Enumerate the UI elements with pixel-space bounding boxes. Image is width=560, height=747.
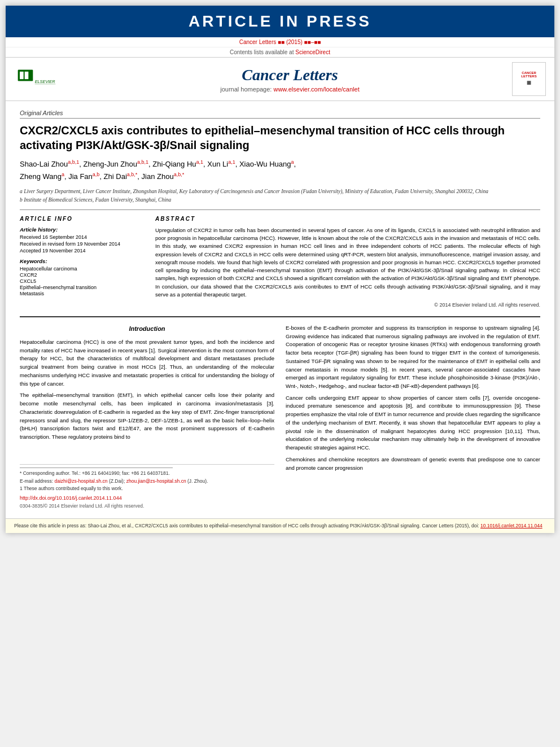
received-date: Received 16 September 2014 [20,234,144,240]
received-revised-date: Received in revised form 19 November 201… [20,241,144,247]
keyword-2: CXCR2 [20,272,144,278]
body-section: Introduction Hepatocellular carcinoma (H… [20,316,540,510]
author-zhi-qiang: Zhi-Qiang Hu [152,160,196,168]
article-in-press-banner: ARTICLE IN PRESS [6,6,554,37]
citation-bar: Please cite this article in press as: Sh… [6,518,554,533]
abstract-text: Upregulation of CXCR2 in tumor cells has… [155,226,540,299]
affiliations: a Liver Surgery Department, Liver Cancer… [20,187,540,204]
citation-text: Please cite this article in press as: Sh… [14,523,479,528]
journal-header: ELSEVIER Cancer Letters journal homepage… [6,58,554,101]
body-two-col: Introduction Hepatocellular carcinoma (H… [20,324,540,510]
keyword-4: Epithelial–mesenchymal transition [20,285,144,290]
right-para-3: Chemokines and chemokine receptors are d… [286,456,540,472]
citation-doi-link[interactable]: 10.1016/j.canlet.2014.11.044 [480,523,542,528]
sciencedirect-link[interactable]: ScienceDirect [295,49,330,55]
article-history-label: Article history: [20,226,144,233]
author-jia-fan: Jia Fan [68,172,93,181]
issn-line: 0304-3835/© 2014 Elsevier Ireland Ltd. A… [20,503,274,510]
journal-homepage: journal homepage: www.elsevier.com/locat… [68,86,512,93]
section-type-label: Original Articles [20,110,540,119]
affiliation-a: a Liver Surgery Department, Liver Cancer… [20,187,540,195]
doi-line: http://dx.doi.org/10.1016/j.canlet.2014.… [20,495,274,503]
main-content: Original Articles CXCR2/CXCL5 axis contr… [6,101,554,518]
info-abstract-section: ARTICLE INFO Article history: Received 1… [20,209,540,308]
footnote-equal-contrib: 1 These authors contributed equally to t… [20,486,274,492]
affiliation-b: b Institute of Biomedical Sciences, Fuda… [20,196,540,204]
svg-text:ELSEVIER: ELSEVIER [35,78,56,84]
journal-center: Cancer Letters journal homepage: www.els… [68,66,512,93]
author-zhi-dai: Zhi Dai [104,172,127,181]
keyword-5: Metastasis [20,291,144,296]
keyword-3: CXCL5 [20,278,144,284]
author-zheng-jun: Zheng-Jun Zhou [84,160,137,168]
body-right-col: E-boxes of the E-cadherin promoter and s… [286,324,540,510]
keywords-section: Keywords: Hepatocellular carcinoma CXCR2… [20,258,144,296]
authors-line: Shao-Lai Zhoua,b,1, Zheng-Jun Zhoua,b,1,… [20,158,540,183]
article-title: CXCR2/CXCL5 axis contributes to epitheli… [20,123,540,152]
email-zhou-link[interactable]: zhou.jian@zs-hospital.sh.cn [126,478,186,484]
journal-name: Cancer Letters [68,66,512,84]
abstract-section: ABSTRACT Upregulation of CXCR2 in tumor … [155,216,540,308]
author-zheng-wang: Zheng Wang [20,172,62,181]
footnote-email: E-mail address: daizhi@zs-hospital.sh.cn… [20,478,274,485]
right-para-1: E-boxes of the E-cadherin promoter and s… [286,324,540,391]
contents-available-line: Contents lists available at ScienceDirec… [6,47,554,58]
author-xiao-wu: Xiao-Wu Huang [239,160,291,168]
intro-para-1: Hepatocellular carcinoma (HCC) is one of… [20,338,274,388]
footnotes-section: * Corresponding author. Tel.: +86 21 640… [20,464,274,493]
footnote-corresponding: * Corresponding author. Tel.: +86 21 640… [20,470,274,477]
author-jian-zhou: Jian Zhou [142,172,174,181]
accepted-date: Accepted 19 November 2014 [20,248,144,254]
article-info-column: ARTICLE INFO Article history: Received 1… [20,216,144,308]
body-left-col: Introduction Hepatocellular carcinoma (H… [20,324,274,510]
journal-ref-link[interactable]: Cancer Letters ■■ (2015) ■■–■■ [239,39,321,45]
doi-link[interactable]: http://dx.doi.org/10.1016/j.canlet.2014.… [20,495,122,501]
keywords-label: Keywords: [20,258,144,264]
email-dai-link[interactable]: daizhi@zs-hospital.sh.cn [54,478,107,484]
article-info-heading: ARTICLE INFO [20,216,144,222]
abstract-heading: ABSTRACT [155,216,540,222]
keyword-1: Hepatocellular carcinoma [20,266,144,272]
author-xun-li: Xun Li [207,160,228,168]
copyright-line: © 2014 Elsevier Ireland Ltd. All rights … [155,302,540,308]
elsevier-logo: ELSEVIER [14,65,59,93]
cancer-letters-logo-box: CANCER LETTERS ■ [512,62,546,96]
intro-para-2: The epithelial–mesenchymal transition (E… [20,391,274,441]
homepage-link[interactable]: www.elsevier.com/locate/canlet [273,86,359,93]
introduction-heading: Introduction [20,324,274,334]
svg-rect-2 [20,71,24,78]
right-para-2: Cancer cells undergoing EMT appear to sh… [286,394,540,452]
author-shao-lai: Shao-Lai Zhou [20,160,68,168]
svg-rect-3 [25,71,29,78]
